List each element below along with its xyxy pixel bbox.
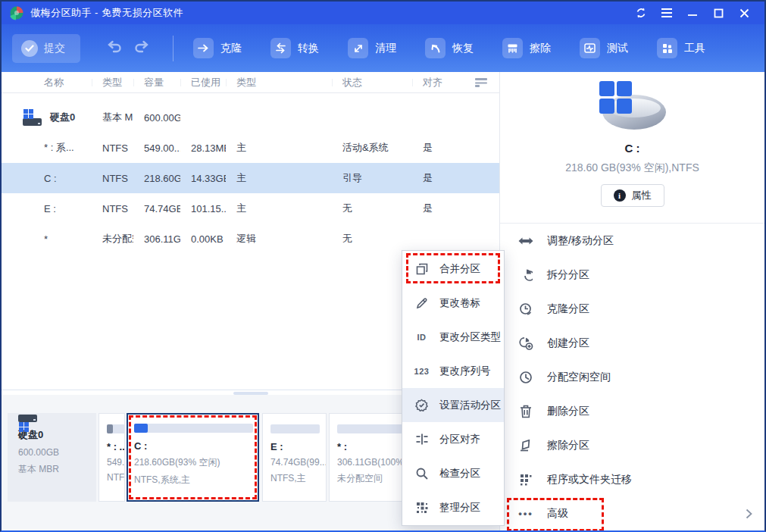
op-resize-move-partition[interactable]: 调整/移动分区 [500,224,764,258]
col-header-name[interactable]: 名称 [2,76,92,89]
op-create-partition[interactable]: 创建分区 [500,326,764,360]
clone-partition-icon [518,302,533,316]
toolbar-test-label: 测试 [607,42,628,55]
toolbar-erase-label: 擦除 [530,42,551,55]
op-app-mover[interactable]: 程序或文件夹迁移 [500,462,764,496]
chevron-right-icon [746,509,752,519]
menu-item-partition-alignment[interactable]: 分区对齐 [402,422,504,456]
right-panel: C : 218.60 GB(93% 空闲),NTFS i 属性 调整/移动分区 [500,72,764,530]
partition-block-system[interactable]: * : ... 549... NTF... [98,413,125,502]
op-delete-partition[interactable]: 删除分区 [500,394,764,428]
resize-move-icon [518,236,533,246]
wipe-partition-icon [518,440,533,452]
recover-icon [425,38,446,58]
table-header-row: 名称 类型 容量 已使用 类型 状态 对齐 [2,72,499,93]
toolbar-recover-button[interactable]: 恢复 [425,38,474,58]
disk-capacity: 600.00GB [18,447,96,458]
clone-icon [193,38,214,58]
rename-pencil-icon [414,297,429,309]
refresh-icon[interactable] [628,2,654,24]
partition-icon [596,81,669,131]
menu-item-defrag-partition[interactable]: 整理分区 [402,490,504,524]
toolbar-convert-button[interactable]: 转换 [270,38,319,58]
info-icon: i [614,189,626,202]
context-menu: 合并分区 更改卷标 ID 更改分区类型 123 更改序列号 设置活动分区 分区 [402,250,505,526]
check-icon [21,40,38,57]
toolbar-tools-label: 工具 [684,42,705,55]
col-header-used[interactable]: 已使用 [180,76,226,89]
col-header-capacity[interactable]: 容量 [133,76,180,89]
disk-style: 基本 MBR [18,463,96,476]
convert-icon [270,38,291,58]
defrag-icon [414,502,429,514]
disk0-card[interactable]: 硬盘0 600.00GB 基本 MBR [8,413,96,502]
submit-label: 提交 [44,42,65,55]
toolbar: 提交 克隆 转换 [2,24,764,72]
menu-item-change-partition-type[interactable]: ID 更改分区类型 [402,320,504,354]
table-row-unallocated[interactable]: * 未分配空间 306.11GB 0.00KB 逻辑 无 [2,224,499,254]
menu-item-set-active-partition[interactable]: 设置活动分区 [402,388,504,422]
table-row-e-drive[interactable]: E : NTFS 74.74GB 101.15... 主 无 是 [2,193,499,224]
app-logo-icon [9,5,24,20]
allocate-free-space-icon [518,371,533,384]
merge-partition-icon [414,263,429,275]
clean-icon [348,38,368,58]
alignment-icon [414,433,429,445]
title-bar: 傲梅分区助手 - 免费无损分区软件 [2,2,764,24]
toolbar-recover-label: 恢复 [452,42,474,55]
erase-icon [502,38,523,58]
test-icon [580,38,600,58]
toolbar-clean-button[interactable]: 清理 [348,38,396,58]
partition-block-e[interactable]: E : 74.74GB(99... NTFS,主 [262,413,327,502]
close-button[interactable] [731,2,757,24]
submit-button[interactable]: 提交 [12,34,80,63]
advanced-dots-icon: ••• [518,508,533,519]
toolbar-convert-label: 转换 [298,42,319,55]
id-icon: ID [414,333,429,342]
app-window: 傲梅分区助手 - 免费无损分区软件 提交 [0,0,766,532]
toolbar-clean-label: 清理 [375,42,396,55]
op-split-partition[interactable]: 拆分分区 [500,258,764,292]
toolbar-tools-button[interactable]: 工具 [657,38,705,58]
window-title: 傲梅分区助手 - 免费无损分区软件 [30,6,183,20]
menu-item-change-label[interactable]: 更改卷标 [402,286,504,320]
tools-icon [657,38,677,58]
op-wipe-partition[interactable]: 擦除分区 [500,428,764,462]
redo-icon[interactable] [133,40,150,57]
col-header-fs[interactable]: 类型 [92,76,133,89]
partition-block-c[interactable]: C : 218.60GB(93% 空闲) NTFS,系统,主 [127,413,259,502]
create-partition-icon [518,336,533,350]
column-settings-icon[interactable] [475,77,487,87]
undo-icon[interactable] [106,40,123,57]
delete-partition-icon [518,405,533,418]
toolbar-divider [173,36,174,61]
maximize-button[interactable] [705,2,731,24]
selected-partition-title: C : [625,142,640,155]
properties-label: 属性 [632,189,652,202]
table-row-disk0[interactable]: 硬盘0 基本 M... 600.00GB [2,102,499,133]
app-mover-icon [518,474,533,486]
menu-icon[interactable] [654,2,680,24]
table-row-c-drive[interactable]: C : NTFS 218.60GB 14.33GB 主 引导 是 [2,163,499,193]
op-advanced[interactable]: ••• 高级 [500,496,764,530]
search-icon [414,468,429,480]
toolbar-erase-button[interactable]: 擦除 [502,38,551,58]
col-header-type[interactable]: 类型 [226,76,332,89]
menu-item-merge-partition[interactable]: 合并分区 [402,252,504,286]
op-allocate-free-space[interactable]: 分配空闲空间 [500,360,764,394]
col-header-aligned[interactable]: 对齐 [412,76,456,89]
partition-table: 名称 类型 容量 已使用 类型 状态 对齐 硬盘0 [2,72,499,254]
minimize-button[interactable] [680,2,705,24]
set-active-badge-icon [414,399,429,412]
op-clone-partition[interactable]: 克隆分区 [500,292,764,326]
col-header-status[interactable]: 状态 [332,76,412,89]
properties-button[interactable]: i 属性 [601,184,664,207]
menu-item-change-serial-number[interactable]: 123 更改序列号 [402,354,504,388]
disk-icon [23,109,44,126]
toolbar-clone-button[interactable]: 克隆 [193,38,242,58]
operations-list: 调整/移动分区 拆分分区 克隆分区 [500,224,764,530]
toolbar-test-button[interactable]: 测试 [580,38,628,58]
table-row-system-reserved[interactable]: * : 系... NTFS 549.00... 28.13MB 主 活动&系统 … [2,133,499,163]
row-name: 硬盘0 [50,111,75,124]
menu-item-check-partition[interactable]: 检查分区 [402,456,504,490]
